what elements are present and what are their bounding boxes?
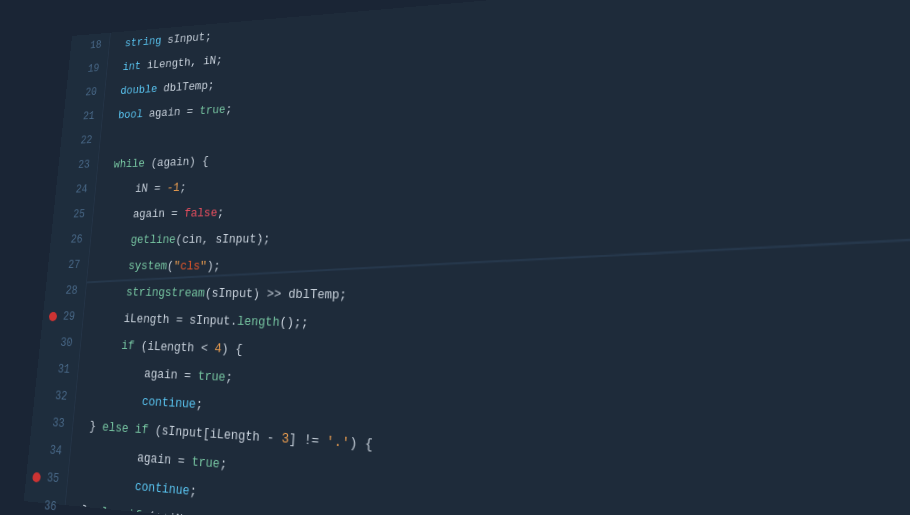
line-num-24: 24 — [55, 177, 97, 203]
line-num-23: 23 — [57, 152, 98, 178]
line-num-34: 34 — [28, 435, 71, 466]
line-num-21: 21 — [62, 104, 103, 130]
line-num-20: 20 — [65, 80, 106, 106]
line-num-25: 25 — [52, 202, 94, 228]
line-num-29: 29 — [42, 303, 84, 330]
line-num-22: 22 — [60, 128, 101, 154]
line-num-18: 18 — [70, 33, 110, 59]
line-num-26: 26 — [50, 227, 92, 253]
line-num-36: 36 — [22, 490, 66, 515]
line-num-28: 28 — [44, 278, 86, 304]
code-content: string sInput; int iLength, iN; double d… — [66, 0, 910, 515]
line-num-19: 19 — [67, 56, 108, 82]
line-num-27: 27 — [47, 252, 89, 278]
line-num-30: 30 — [39, 329, 82, 357]
line-num-35: 35 — [25, 463, 69, 494]
line-num-33: 33 — [31, 408, 74, 438]
code-editor: 18 19 20 21 22 23 24 25 26 27 28 29 30 3… — [0, 0, 910, 515]
line-num-31: 31 — [36, 355, 79, 383]
line-num-32: 32 — [33, 382, 76, 411]
